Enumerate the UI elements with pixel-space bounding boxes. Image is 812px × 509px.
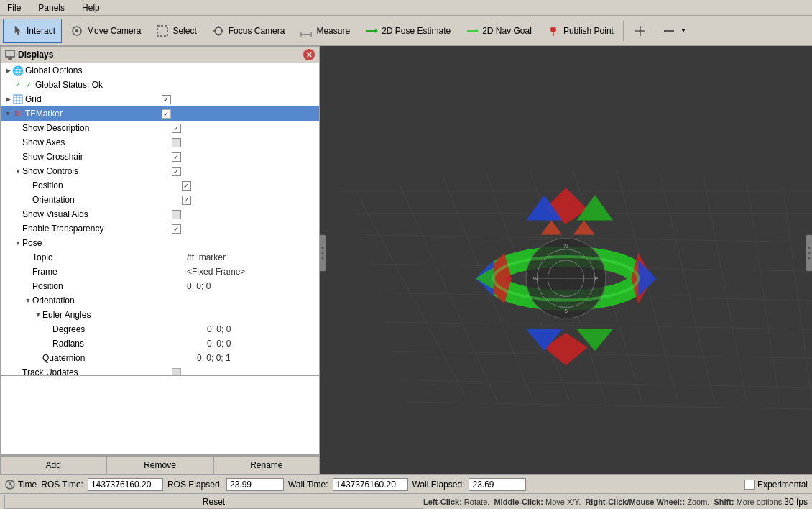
checkbox-orientation[interactable]	[178, 196, 194, 205]
wall-time-input[interactable]	[333, 478, 408, 491]
checkbox-show-axes[interactable]	[168, 138, 184, 147]
svg-point-77	[322, 252, 324, 254]
publish-point-button[interactable]: Publish Point	[540, 19, 620, 43]
tree-item-show-crosshair[interactable]: Show Crosshair	[1, 150, 319, 164]
tree-item-global-options[interactable]: ▶ 🌐 Global Options	[1, 63, 319, 78]
tree-item-orientation[interactable]: Orientation	[1, 193, 319, 207]
wall-elapsed-input[interactable]	[469, 478, 526, 491]
status-icon: ✓	[22, 79, 34, 91]
interact-button[interactable]: Interact	[3, 19, 62, 43]
crosshair-button[interactable]	[627, 19, 654, 43]
svg-rect-23	[14, 95, 22, 104]
tree-item-enable-transparency[interactable]: Enable Transparency	[1, 221, 319, 236]
expander-orientation[interactable]: ▼	[24, 296, 32, 305]
expander-tfmarker[interactable]: ▼	[4, 109, 12, 118]
viewport[interactable]: TFMarker	[320, 46, 812, 474]
tree-item-position[interactable]: Position	[1, 178, 319, 193]
reset-button[interactable]: Reset	[4, 495, 423, 509]
select-button[interactable]: Select	[149, 19, 203, 43]
tree-item-global-status[interactable]: ✓ ✓ Global Status: Ok	[1, 78, 319, 92]
tree-item-quaternion[interactable]: Quaternion 0; 0; 0; 1	[1, 351, 319, 365]
expander-show-controls[interactable]: ▼	[14, 167, 22, 175]
focus-camera-button[interactable]: Focus Camera	[205, 19, 292, 43]
checkbox-show-controls[interactable]	[168, 167, 184, 176]
extra-button[interactable]: ▼	[655, 19, 693, 43]
time-icon	[4, 479, 16, 490]
expander-euler[interactable]: ▼	[34, 311, 42, 319]
select-icon	[155, 24, 170, 38]
menu-panels[interactable]: Panels	[34, 1, 69, 14]
expander-grid[interactable]: ▶	[4, 95, 12, 104]
tree-item-show-axes[interactable]: Show Axes	[1, 135, 319, 150]
label-radians: Radians	[52, 339, 198, 349]
menu-bar: File Panels Help	[0, 0, 812, 16]
label-show-visual-aids: Show Visual Aids	[22, 209, 168, 219]
nav-goal-button[interactable]: 2D Nav Goal	[458, 19, 538, 43]
experimental-checkbox[interactable]	[744, 480, 755, 490]
checkbox-enable-transparency[interactable]	[168, 224, 184, 234]
displays-close-button[interactable]: ✕	[303, 49, 315, 60]
ros-time-input[interactable]	[88, 478, 163, 491]
displays-tree[interactable]: ▶ 🌐 Global Options ✓ ✓ Global Status: Ok	[0, 63, 320, 376]
experimental-section: Experimental	[744, 480, 808, 490]
checkbox-tfmarker[interactable]	[158, 109, 174, 119]
svg-marker-12	[375, 29, 378, 33]
tree-item-frame[interactable]: Frame <Fixed Frame>	[1, 265, 319, 279]
tree-item-show-description[interactable]: Show Description	[1, 121, 319, 135]
tree-item-degrees[interactable]: Degrees 0; 0; 0	[1, 322, 319, 336]
label-global-options: Global Options	[25, 65, 158, 75]
tree-item-show-visual-aids[interactable]: Show Visual Aids	[1, 207, 319, 221]
svg-point-76	[322, 247, 324, 249]
displays-panel: Displays ✕ ▶ 🌐 Global Options ✓	[0, 46, 320, 474]
tree-item-radians[interactable]: Radians 0; 0; 0	[1, 336, 319, 351]
move-camera-button[interactable]: Move Camera	[63, 19, 147, 43]
checkbox-show-description[interactable]	[168, 124, 184, 133]
label-show-description: Show Description	[22, 123, 168, 133]
svg-point-3	[215, 27, 222, 35]
label-grid: Grid	[25, 94, 158, 104]
expander-global-options[interactable]: ▶	[4, 66, 12, 75]
tree-item-pose[interactable]: ▼ Pose	[1, 236, 319, 250]
checkbox-show-visual-aids[interactable]	[168, 210, 184, 219]
label-degrees: Degrees	[52, 324, 198, 334]
label-enable-transparency: Enable Transparency	[22, 224, 168, 234]
svg-rect-20	[6, 50, 14, 57]
menu-file[interactable]: File	[3, 1, 25, 14]
checkbox-grid[interactable]	[158, 95, 174, 104]
tree-item-euler-angles[interactable]: ▼ Euler Angles	[1, 308, 319, 322]
time-label: Time	[18, 480, 37, 490]
expander-pose[interactable]: ▼	[14, 239, 22, 247]
svg-text:N: N	[564, 244, 568, 249]
minus-icon	[662, 24, 676, 38]
tree-item-pose-position[interactable]: Position 0; 0; 0	[1, 279, 319, 293]
label-show-axes: Show Axes	[22, 137, 168, 147]
displays-title: Displays	[18, 50, 53, 60]
tree-item-track-updates[interactable]: Track Updates	[1, 365, 319, 376]
checkbox-track-updates[interactable]	[168, 368, 184, 377]
interact-icon	[9, 24, 24, 38]
ros-elapsed-input[interactable]	[226, 478, 284, 491]
tree-item-grid[interactable]: ▶ Grid	[1, 92, 319, 106]
grid-icon	[12, 93, 24, 105]
menu-help[interactable]: Help	[78, 1, 104, 14]
tree-item-show-controls[interactable]: ▼ Show Controls	[1, 164, 319, 178]
checkbox-position[interactable]	[178, 181, 194, 191]
pose-estimate-button[interactable]: 2D Pose Estimate	[358, 19, 457, 43]
tree-item-orientation-folder[interactable]: ▼ Orientation	[1, 293, 319, 308]
remove-button[interactable]: Remove	[106, 456, 213, 474]
left-panel: Displays ✕ ▶ 🌐 Global Options ✓	[0, 46, 320, 474]
displays-header: Displays ✕	[0, 46, 320, 63]
toolbar: Interact Move Camera Select Focus Camera…	[0, 16, 812, 46]
add-button[interactable]: Add	[0, 456, 106, 474]
status-bar: Time ROS Time: ROS Elapsed: Wall Time: W…	[0, 474, 812, 493]
move-camera-icon	[70, 24, 84, 38]
viewport-svg: N E S W	[320, 46, 812, 474]
tree-item-topic[interactable]: Topic /tf_marker	[1, 250, 319, 265]
ros-elapsed-label: ROS Elapsed:	[167, 480, 222, 490]
checkbox-show-crosshair[interactable]	[168, 152, 184, 162]
rename-button[interactable]: Rename	[213, 456, 320, 474]
tree-item-tfmarker[interactable]: ▼ TF TFMarker	[1, 106, 319, 121]
measure-icon	[299, 24, 313, 38]
help-text: Left-Click: Rotate. Middle-Click: Move X…	[423, 497, 784, 506]
measure-button[interactable]: Measure	[292, 19, 356, 43]
